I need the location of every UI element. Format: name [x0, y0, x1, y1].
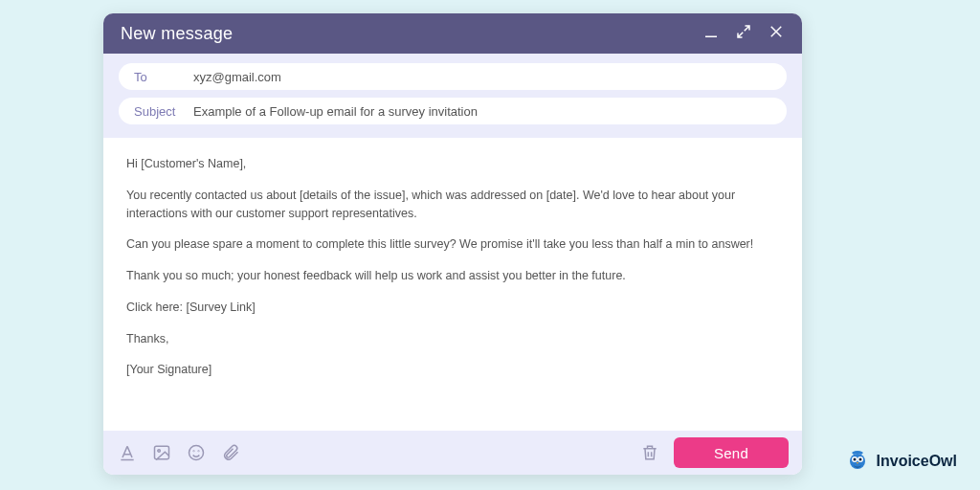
- to-field[interactable]: To xyz@gmail.com: [119, 63, 787, 90]
- svg-point-5: [158, 450, 161, 453]
- body-paragraph: Thank you so much; your honest feedback …: [126, 267, 779, 285]
- to-value: xyz@gmail.com: [193, 70, 281, 84]
- minimize-icon[interactable]: [702, 23, 720, 44]
- subject-label: Subject: [134, 104, 193, 119]
- header-fields: To xyz@gmail.com Subject Example of a Fo…: [103, 54, 802, 138]
- svg-rect-4: [155, 446, 169, 458]
- window-title: New message: [121, 24, 233, 44]
- attachment-icon[interactable]: [220, 442, 241, 463]
- compose-window: New message To xyz@gmail.com Subject Exa…: [103, 13, 802, 475]
- svg-point-7: [193, 451, 194, 452]
- titlebar: New message: [103, 13, 802, 54]
- text-format-icon[interactable]: [117, 442, 138, 463]
- brand-name: InvoiceOwl: [877, 453, 957, 470]
- expand-icon[interactable]: [735, 23, 752, 44]
- svg-point-12: [853, 458, 856, 461]
- body-paragraph: Can you please spare a moment to complet…: [126, 235, 779, 254]
- emoji-icon[interactable]: [186, 442, 207, 463]
- body-paragraph: Click here: [Survey Link]: [126, 299, 779, 317]
- svg-point-8: [198, 451, 199, 452]
- close-icon[interactable]: [768, 23, 785, 44]
- body-paragraph: You recently contacted us about [details…: [126, 187, 779, 223]
- send-button[interactable]: Send: [674, 437, 789, 468]
- svg-point-6: [189, 446, 204, 460]
- subject-field[interactable]: Subject Example of a Follow-up email for…: [119, 98, 787, 124]
- delete-icon[interactable]: [639, 442, 660, 463]
- compose-toolbar: Send: [103, 431, 802, 475]
- owl-icon: [846, 450, 869, 473]
- email-body[interactable]: Hi [Customer's Name], You recently conta…: [103, 138, 802, 431]
- subject-value: Example of a Follow-up email for a surve…: [193, 104, 478, 119]
- body-paragraph: [Your Signature]: [126, 361, 779, 379]
- to-label: To: [134, 70, 193, 84]
- body-paragraph: Thanks,: [126, 330, 779, 348]
- image-icon[interactable]: [151, 442, 172, 463]
- brand-logo: InvoiceOwl: [846, 450, 957, 473]
- body-greeting: Hi [Customer's Name],: [126, 155, 779, 173]
- svg-point-13: [858, 458, 861, 461]
- titlebar-controls: [702, 23, 785, 44]
